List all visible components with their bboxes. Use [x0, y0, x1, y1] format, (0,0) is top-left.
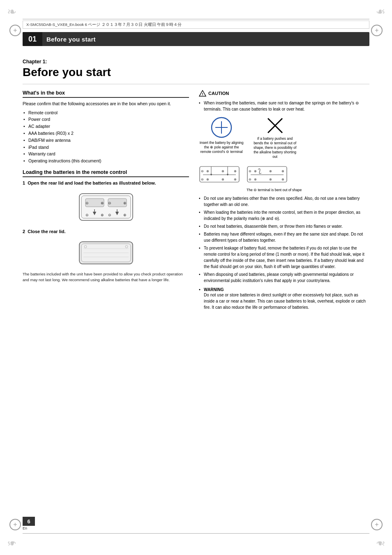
svg-text:⊕: ⊕	[269, 169, 272, 173]
list-item: To prevent leakage of battery fluid, rem…	[199, 245, 369, 270]
svg-text:⊕: ⊕	[221, 169, 224, 173]
list-item: AAA batteries (R03) x 2	[23, 130, 189, 137]
svg-rect-40	[247, 166, 287, 182]
caution-label: CAUTION	[208, 91, 229, 96]
corner-decoration-tr: ❧	[372, 3, 389, 20]
left-column: What's in the box Please confirm that th…	[23, 90, 189, 314]
corner-decoration-br: ❧	[372, 535, 389, 552]
battery-diagram-1: ⊖ ⊕ ⊖ ⊕ ⊖ ⊕ ⊖ ⊕	[23, 190, 189, 224]
svg-text:⊕: ⊕	[234, 169, 237, 173]
svg-rect-28	[200, 166, 239, 182]
caution-header: ! CAUTION	[199, 90, 369, 97]
warning-container: • WARNING Do not use or store batteries …	[199, 287, 369, 310]
warning-text: Do not use or store batteries in direct …	[204, 293, 366, 310]
step-note: The batteries included with the unit hav…	[23, 271, 189, 283]
bent-terminal-diagram: ⊖ ⊕ ⊕ ⊕ ⊖ ⊕ ⊕ ⊕ The ⊖ terminal is bent o…	[247, 163, 302, 192]
step2-text: Close the rear lid.	[28, 229, 65, 234]
step1-num: 1	[23, 180, 25, 185]
corner-decoration-bl: ❧	[3, 535, 20, 552]
corner-decoration-tl: ❧	[3, 3, 20, 20]
svg-text:⊕: ⊕	[123, 213, 127, 217]
svg-text:⊕: ⊕	[206, 169, 209, 173]
page-number-area: 6 En	[23, 517, 39, 530]
svg-text:⊕: ⊕	[281, 169, 284, 173]
bottom-border	[23, 533, 369, 534]
xmark-battery-label: If a battery pushes and bends the ⊖ term…	[252, 136, 297, 159]
right-bullets-list: Do not use any batteries other than the …	[199, 195, 369, 284]
svg-text:⊕: ⊕	[101, 201, 104, 205]
list-item: Do not use any batteries other than the …	[199, 195, 369, 208]
page-number-box: 6	[23, 517, 35, 526]
svg-text:!: !	[202, 92, 203, 96]
svg-text:⊖: ⊖	[249, 178, 251, 181]
svg-text:⊕: ⊕	[206, 178, 209, 181]
step1-text: Open the rear lid and load the batteries…	[28, 180, 156, 185]
step1-heading: 1 Open the rear lid and load the batteri…	[23, 180, 189, 186]
svg-text:⊕: ⊕	[123, 201, 127, 205]
caution-box: ! CAUTION When inserting the batteries, …	[199, 90, 369, 112]
svg-text:⊕: ⊕	[269, 178, 272, 181]
svg-text:⊖: ⊖	[85, 213, 89, 217]
list-item: Power cord	[23, 116, 189, 123]
chapter-number: 01	[28, 35, 37, 44]
bent-terminal-svg: ⊖ ⊕ ⊕ ⊕ ⊖ ⊕ ⊕ ⊕	[247, 163, 288, 186]
list-item: iPad stand	[23, 144, 189, 151]
caution-text-item: When inserting the batteries, make sure …	[199, 100, 369, 112]
battery-diagram-2	[23, 238, 189, 267]
crosshair-bl	[7, 517, 23, 532]
whats-in-box-intro: Please confirm that the following access…	[23, 101, 189, 107]
top-border	[23, 19, 369, 19]
loading-batteries-heading: Loading the batteries in the remote cont…	[23, 169, 189, 177]
crosshair-tr	[369, 23, 385, 38]
correct-battery-diagram: ⊖ ⊕ ⊕ ⊕ ⊖ ⊕ ⊕ ⊕	[199, 163, 240, 192]
svg-text:⊖: ⊖	[249, 169, 251, 173]
bent-terminal-label: The ⊖ terminal is bent out of shape	[247, 188, 302, 192]
whats-in-box-list: Remote controlPower cordAC adapterAAA ba…	[23, 109, 189, 164]
svg-text:⊖: ⊖	[201, 169, 204, 173]
list-item: Batteries may have different voltages, e…	[199, 231, 369, 243]
right-column: ! CAUTION When inserting the batteries, …	[199, 90, 369, 314]
file-info-text: X-SMC55DAB-S_VXE8_En.book 6 ページ ２０１３年７月３…	[26, 22, 182, 28]
remote-closed-svg	[71, 238, 141, 267]
xmark-battery-item: If a battery pushes and bends the ⊖ term…	[252, 116, 297, 159]
list-item: Operating instructions (this document)	[23, 157, 189, 164]
crosshair-br	[369, 517, 385, 532]
step2-num: 2	[23, 229, 25, 234]
whats-in-box-heading: What's in the box	[23, 90, 189, 98]
main-content-area: Chapter 1: Before you start What's in th…	[23, 51, 369, 522]
battery-icons-row: Insert the battery by aligning the ⊕ pol…	[199, 116, 369, 159]
svg-text:⊖: ⊖	[201, 178, 204, 181]
chapter-header-bar: 01 Before you start	[23, 32, 369, 46]
warning-label: WARNING	[204, 287, 224, 292]
page-number: 6	[27, 518, 30, 525]
svg-text:⊖: ⊖	[85, 201, 89, 205]
svg-text:⊕: ⊕	[254, 178, 257, 181]
ok-battery-item: Insert the battery by aligning the ⊕ pol…	[199, 116, 244, 154]
svg-text:⊖: ⊖	[108, 213, 111, 217]
chapter-number-box: 01	[23, 32, 42, 46]
step2-heading: 2 Close the rear lid.	[23, 229, 189, 235]
chapter-label: Chapter 1:	[23, 59, 369, 65]
svg-text:⊕: ⊕	[281, 178, 284, 181]
list-item: DAB/FM wire antenna	[23, 137, 189, 144]
crosshair-tl	[7, 23, 23, 38]
list-item: When disposing of used batteries, please…	[199, 271, 369, 284]
chapter-title-area: Chapter 1: Before you start	[23, 51, 369, 84]
remote-open-svg: ⊖ ⊕ ⊖ ⊕ ⊖ ⊕ ⊖ ⊕	[71, 190, 141, 224]
svg-text:⊖: ⊖	[108, 201, 111, 205]
two-column-layout: What's in the box Please confirm that th…	[23, 90, 369, 314]
svg-text:⊕: ⊕	[234, 178, 237, 181]
list-item: Warranty card	[23, 150, 189, 157]
list-item: When loading the batteries into the remo…	[199, 209, 369, 222]
caution-triangle-icon: !	[199, 90, 206, 97]
list-item: Do not heat batteries, disassemble them,…	[199, 223, 369, 229]
list-item: AC adapter	[23, 123, 189, 130]
top-info-bar: X-SMC55DAB-S_VXE8_En.book 6 ページ ２０１３年７月３…	[23, 21, 369, 29]
list-item: Remote control	[23, 109, 189, 116]
page-language: En	[23, 526, 39, 530]
ok-battery-label: Insert the battery by aligning the ⊕ pol…	[199, 141, 244, 154]
svg-text:⊕: ⊕	[254, 169, 257, 173]
svg-text:⊕: ⊕	[101, 213, 104, 217]
chapter-header-title: Before you start	[46, 36, 96, 43]
correct-battery-svg: ⊖ ⊕ ⊕ ⊕ ⊖ ⊕ ⊕ ⊕	[199, 163, 240, 186]
